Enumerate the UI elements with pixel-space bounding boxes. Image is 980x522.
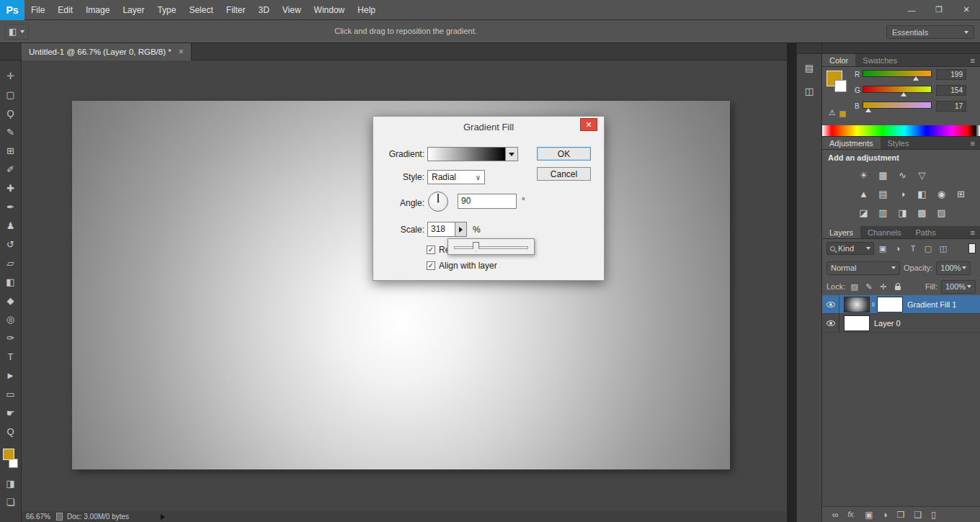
quick-selection-tool[interactable]: ✎	[0, 122, 22, 141]
menu-layer[interactable]: Layer	[116, 0, 151, 20]
cancel-button[interactable]: Cancel	[537, 167, 591, 181]
filter-pixel-layers-icon[interactable]: ▣	[876, 242, 889, 255]
add-layer-mask-icon[interactable]: ▣	[865, 510, 873, 520]
angle-dial[interactable]	[428, 192, 448, 212]
link-layers-icon[interactable]: ∞	[832, 510, 839, 520]
tab-color[interactable]: Color	[822, 54, 855, 66]
gamut-warning-swatch[interactable]	[839, 111, 846, 117]
clone-stamp-tool[interactable]: ♟	[0, 216, 22, 235]
exposure-icon[interactable]: ▽	[912, 167, 932, 183]
scale-slider-thumb[interactable]	[473, 242, 479, 252]
visibility-cell[interactable]	[822, 295, 839, 314]
scale-slider-popup-button[interactable]	[455, 222, 467, 237]
dock-header[interactable]	[797, 43, 821, 54]
dodge-tool[interactable]: ◎	[0, 310, 22, 328]
filter-type-layers-icon[interactable]: T	[906, 242, 919, 255]
healing-brush-tool[interactable]: ✚	[0, 179, 22, 197]
rectangular-marquee-tool[interactable]: ▢	[0, 85, 22, 104]
menu-type[interactable]: Type	[151, 0, 182, 20]
new-layer-icon[interactable]: ❑	[914, 510, 922, 520]
blue-channel-value[interactable]: 17	[936, 101, 966, 112]
layer-name[interactable]: Gradient Fill 1	[907, 300, 956, 309]
tab-layers[interactable]: Layers	[822, 226, 860, 238]
tab-adjustments[interactable]: Adjustments	[822, 137, 881, 149]
pen-tool[interactable]: ✑	[0, 328, 22, 347]
green-channel-slider[interactable]	[863, 86, 932, 93]
foreground-background-swatches[interactable]	[0, 446, 22, 474]
brush-tool[interactable]: ✒	[0, 197, 22, 216]
document-tab[interactable]: Untitled-1 @ 66.7% (Layer 0, RGB/8) * ×	[22, 43, 192, 60]
eye-icon[interactable]	[827, 320, 835, 326]
menu-file[interactable]: File	[24, 0, 51, 20]
vibrance-icon[interactable]: ▲	[854, 186, 873, 202]
layer-thumbnail[interactable]	[844, 315, 870, 331]
brightness-contrast-icon[interactable]: ☀	[854, 167, 873, 183]
panel-menu-icon[interactable]: ≡	[966, 137, 980, 149]
panel-menu-icon[interactable]: ≡	[966, 226, 980, 238]
minimize-icon[interactable]: —	[898, 0, 925, 20]
hand-tool[interactable]: ☛	[0, 403, 22, 422]
ok-button[interactable]: OK	[537, 147, 591, 161]
rectangle-tool[interactable]: ▭	[0, 384, 22, 403]
filter-adjustment-layers-icon[interactable]: ◑	[891, 242, 904, 255]
red-channel-value[interactable]: 199	[936, 69, 966, 80]
type-tool[interactable]: T	[0, 347, 22, 366]
blend-mode-select[interactable]: Normal	[827, 261, 900, 275]
visibility-cell[interactable]	[822, 314, 839, 333]
gamut-warning-icon[interactable]: ⚠	[829, 108, 836, 117]
mask-link-icon[interactable]: ∞	[870, 301, 877, 308]
lock-image-icon[interactable]: ✎	[863, 281, 874, 292]
selective-color-icon[interactable]: ▨	[932, 204, 951, 220]
gradient-fill-thumbnail[interactable]	[844, 297, 870, 312]
filter-smart-objects-icon[interactable]: ◫	[937, 242, 950, 255]
reverse-checkbox[interactable]	[427, 246, 435, 254]
style-select[interactable]: Radial ∨	[427, 170, 485, 184]
red-channel-slider[interactable]	[863, 70, 932, 77]
gradient-preview-swatch[interactable]	[427, 147, 506, 161]
menu-edit[interactable]: Edit	[51, 0, 79, 20]
blue-channel-slider[interactable]	[863, 102, 932, 109]
screen-mode-icon[interactable]: ❏	[0, 492, 22, 511]
black-white-icon[interactable]: ◧	[912, 186, 932, 202]
layer-filter-toggle[interactable]	[968, 243, 976, 253]
layer-name[interactable]: Layer 0	[874, 319, 901, 328]
move-tool[interactable]: ✛	[0, 66, 22, 85]
hue-saturation-icon[interactable]: ▤	[873, 186, 893, 202]
properties-panel-icon[interactable]: ◫	[800, 81, 819, 100]
menu-3d[interactable]: 3D	[251, 0, 275, 20]
layer-filter-kind-select[interactable]: Kind	[827, 242, 874, 255]
tool-preset-picker[interactable]: ◧	[4, 24, 29, 40]
menu-select[interactable]: Select	[182, 0, 219, 20]
blur-tool[interactable]: ◆	[0, 291, 22, 310]
menu-window[interactable]: Window	[308, 0, 352, 20]
opacity-field[interactable]: 100%	[936, 261, 971, 275]
eye-icon[interactable]	[827, 302, 835, 307]
eyedropper-tool[interactable]: ✐	[0, 160, 22, 179]
lock-all-icon[interactable]	[892, 281, 903, 292]
align-with-layer-checkbox[interactable]	[427, 261, 435, 270]
delete-layer-icon[interactable]: ▯	[931, 510, 936, 520]
background-color-swatch[interactable]	[834, 80, 847, 92]
lasso-tool[interactable]: Ϙ	[0, 104, 22, 122]
fill-field[interactable]: 100%	[941, 280, 976, 294]
close-icon[interactable]: ✕	[953, 0, 980, 20]
restore-icon[interactable]: ❐	[925, 0, 953, 20]
lock-transparency-icon[interactable]: ▨	[849, 281, 860, 292]
scale-input[interactable]: 318	[427, 222, 455, 237]
green-channel-value[interactable]: 154	[936, 85, 966, 96]
layer-effects-icon[interactable]: fx.	[848, 510, 856, 518]
path-selection-tool[interactable]: ►	[0, 366, 22, 384]
foreground-color-swatch[interactable]	[3, 449, 14, 460]
photo-filter-icon[interactable]: ◉	[932, 186, 951, 202]
menu-view[interactable]: View	[276, 0, 308, 20]
filter-shape-layers-icon[interactable]: ▢	[922, 242, 935, 255]
posterize-icon[interactable]: ▥	[873, 204, 893, 220]
history-panel-icon[interactable]: ▤	[800, 58, 819, 77]
invert-icon[interactable]: ◪	[854, 204, 873, 220]
slider-thumb[interactable]	[901, 92, 906, 96]
tab-styles[interactable]: Styles	[881, 137, 917, 149]
tab-swatches[interactable]: Swatches	[855, 54, 904, 66]
angle-input[interactable]: 90	[458, 194, 517, 209]
menu-filter[interactable]: Filter	[220, 0, 252, 20]
workspace-switcher[interactable]: Essentials	[886, 25, 974, 39]
